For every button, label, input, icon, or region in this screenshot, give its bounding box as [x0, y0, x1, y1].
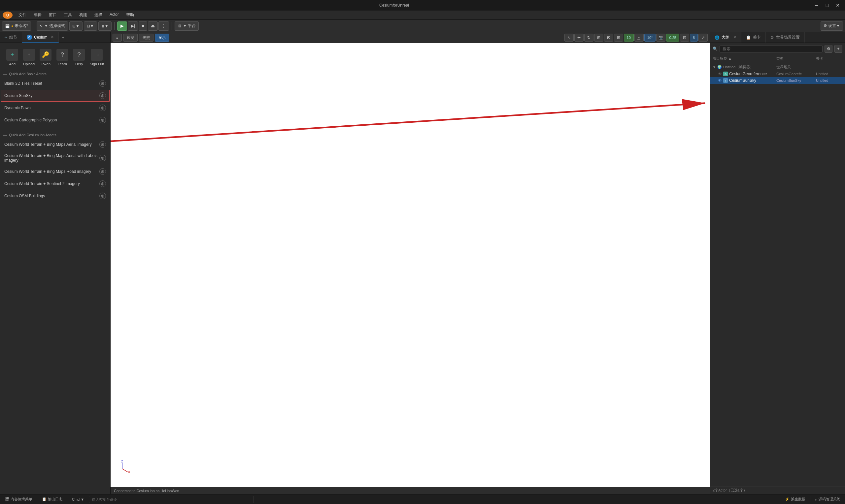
root-world-icon: 🌍 — [717, 65, 722, 69]
action-add[interactable]: + Add — [6, 49, 18, 66]
vp-grid-btn[interactable]: ⊞ — [614, 34, 623, 41]
actor-cartographic-polygon-add[interactable]: ⊕ — [99, 117, 106, 123]
vp-maximize-btn[interactable]: ⤢ — [699, 34, 708, 41]
cesium-tab-close[interactable]: ✕ — [51, 35, 54, 39]
tab-add[interactable]: + — [59, 32, 68, 42]
vp-num1-btn[interactable]: 10 — [624, 34, 634, 41]
actor-cartographic-polygon[interactable]: Cesium Cartographic Polygon ⊕ — [1, 114, 110, 126]
svg-text:Z: Z — [121, 461, 123, 463]
section-line-ion — [58, 135, 107, 135]
ion-bing-aerial[interactable]: Cesium World Terrain + Bing Maps Aerial … — [1, 139, 110, 150]
toolbar-separator-2 — [114, 22, 115, 30]
vp-cam-icon[interactable]: 📷 — [656, 34, 666, 41]
content-browser-btn[interactable]: 🎬 内容侧滑菜单 — [3, 496, 34, 503]
ion-bing-road[interactable]: Cesium World Terrain + Bing Maps Road im… — [1, 166, 110, 178]
outliner-search-input[interactable] — [720, 45, 823, 52]
output-log-btn[interactable]: 📋 输出日志 — [40, 496, 64, 503]
vp-angle-icon[interactable]: △ — [634, 34, 644, 41]
menu-help[interactable]: 帮助 — [123, 12, 137, 18]
georeference-vis-icon[interactable]: 👁 — [718, 72, 722, 76]
mode-btn-3[interactable]: ⊟▼ — [84, 21, 97, 31]
maximize-button[interactable]: □ — [823, 2, 832, 9]
mode-btn-4[interactable]: ⊠▼ — [99, 21, 111, 31]
menu-actor[interactable]: Actor — [106, 12, 122, 18]
ion-bing-aerial-labels-add[interactable]: ⊕ — [99, 155, 106, 161]
ion-bing-road-add[interactable]: ⊕ — [99, 168, 106, 175]
action-signout[interactable]: → Sign Out — [90, 49, 104, 66]
tab-cesium-label: Cesium — [34, 35, 48, 40]
ion-osm-buildings[interactable]: Cesium OSM Buildings ⊕ — [1, 190, 110, 202]
play-options-button[interactable]: ⋮ — [158, 21, 169, 31]
lighting-label: 光照 — [143, 35, 150, 40]
play-button[interactable]: ▶ — [117, 21, 127, 31]
console-input[interactable] — [89, 496, 254, 503]
vp-layout-icon[interactable]: ⊡ — [680, 34, 689, 41]
ion-sentinel2[interactable]: Cesium World Terrain + Sentinel-2 imager… — [1, 178, 110, 190]
menu-build[interactable]: 构建 — [76, 12, 90, 18]
col-level-header: 关卡 — [816, 56, 842, 61]
close-button[interactable]: ✕ — [833, 2, 842, 9]
tab-world-settings[interactable]: ⚙ 世界场景设置 — [766, 32, 805, 42]
ion-sentinel2-add[interactable]: ⊕ — [99, 180, 106, 187]
vp-num3-btn[interactable]: 0.25 — [666, 34, 679, 41]
ion-bing-aerial-labels[interactable]: Cesium World Terrain + Bing Maps Aerial … — [1, 151, 110, 165]
settings-button[interactable]: ⚙ 设置▼ — [821, 21, 843, 31]
actor-dynamic-pawn-add[interactable]: ⊕ — [99, 105, 106, 111]
vp-num4-btn[interactable]: 8 — [690, 34, 698, 41]
actor-blank-3d-tiles[interactable]: Blank 3D Tiles Tileset ⊕ — [1, 77, 110, 89]
derive-data-btn[interactable]: ⚡ 派生数据 — [783, 496, 807, 503]
menu-file[interactable]: 文件 — [15, 12, 30, 18]
tree-item-sunsky[interactable]: 👁 S CesiumSunSky CesiumSunSky Untitled — [710, 77, 845, 84]
display-btn[interactable]: 显示 — [155, 34, 169, 41]
action-learn[interactable]: ? Learn — [56, 49, 68, 66]
actor-cesium-sunsky-add[interactable]: ⊕ — [99, 92, 106, 99]
eject-button[interactable]: ⏏ — [148, 21, 158, 31]
menu-tools[interactable]: 工具 — [61, 12, 75, 18]
save-button[interactable]: 💾 ● 未命名* — [2, 21, 31, 31]
vp-num2-btn[interactable]: 10° — [644, 34, 656, 41]
vp-select-tool[interactable]: ↖ — [564, 34, 574, 41]
tab-levels[interactable]: 📋 关卡 — [741, 32, 766, 42]
sunsky-vis-icon[interactable]: 👁 — [718, 78, 722, 83]
svg-line-1 — [110, 103, 705, 141]
outliner-settings-btn[interactable]: ⚙ — [825, 45, 832, 53]
ion-bing-aerial-add[interactable]: ⊕ — [99, 141, 106, 148]
tree-root[interactable]: ▼ 🌍 Untitled（编辑器） 世界场景 — [710, 64, 845, 71]
tab-cesium[interactable]: C Cesium ✕ — [22, 32, 59, 42]
step-play-button[interactable]: ▶| — [128, 21, 138, 31]
viewport-layout-btn[interactable]: ≡ — [112, 34, 122, 41]
perspective-btn[interactable]: 透视 — [123, 34, 138, 41]
tab-outliner[interactable]: 🌐 大纲 ✕ — [710, 32, 741, 42]
cmd-dropdown-btn[interactable]: Cmd ▼ — [70, 496, 86, 503]
outliner-tab-close-btn[interactable]: ✕ — [734, 35, 736, 40]
lighting-btn[interactable]: 光照 — [139, 34, 154, 41]
vp-move-tool[interactable]: ✛ — [574, 34, 584, 41]
menu-window[interactable]: 窗口 — [46, 12, 60, 18]
content-browser-label: 内容侧滑菜单 — [11, 497, 32, 502]
vp-rotate-tool[interactable]: ↻ — [584, 34, 594, 41]
actor-dynamic-pawn[interactable]: Dynamic Pawn ⊕ — [1, 102, 110, 114]
vp-transform-tool[interactable]: ⊠ — [604, 34, 613, 41]
section-ion-collapse[interactable]: — — [3, 133, 7, 137]
action-token[interactable]: 🔑 Token — [40, 49, 52, 66]
mode-btn-2[interactable]: ⊞▼ — [69, 21, 83, 31]
viewport-content[interactable]: Z X — [110, 43, 710, 487]
minimize-button[interactable]: ─ — [812, 2, 821, 9]
action-help[interactable]: ? Help — [73, 49, 85, 66]
vp-scale-tool[interactable]: ⊞ — [594, 34, 603, 41]
action-upload[interactable]: ↑ Upload — [23, 49, 35, 66]
tab-detail[interactable]: ✏ 细节 — [0, 32, 22, 42]
platform-button[interactable]: 🖥 ▼ 平台 — [175, 21, 199, 31]
actor-cesium-sunsky[interactable]: Cesium SunSky ⊕ — [1, 90, 110, 102]
stop-button[interactable]: ■ — [139, 21, 147, 31]
outliner-add-btn[interactable]: + — [834, 45, 842, 53]
source-control-btn[interactable]: ⑃ 源码管理关闭 — [813, 496, 842, 503]
menu-edit[interactable]: 编辑 — [30, 12, 45, 18]
actor-blank-3d-tiles-add[interactable]: ⊕ — [99, 80, 106, 87]
output-log-label: 输出日志 — [48, 497, 63, 502]
section-basic-collapse[interactable]: — — [3, 72, 7, 76]
ion-osm-buildings-add[interactable]: ⊕ — [99, 193, 106, 199]
select-mode-button[interactable]: ↖ ▼ 选择模式 — [37, 21, 68, 31]
tree-item-georeference[interactable]: 👁 G CesiumGeoreference CesiumGeorefe Unt… — [710, 71, 845, 77]
menu-select[interactable]: 选择 — [91, 12, 106, 18]
